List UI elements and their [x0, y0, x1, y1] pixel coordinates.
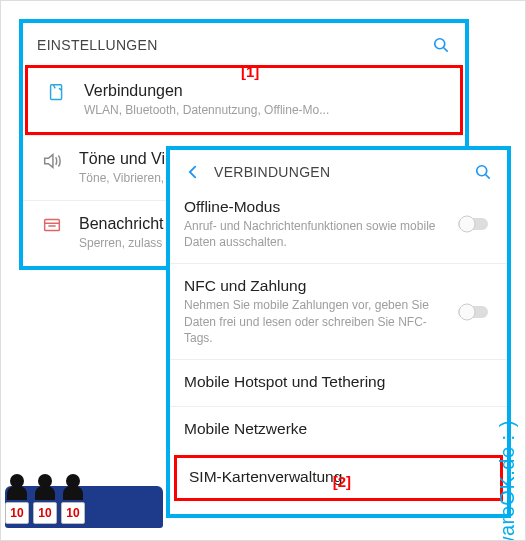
list-item-label: NFC und Zahlung [184, 277, 449, 295]
settings-item-label: Verbindungen [84, 82, 444, 100]
judge: 10 [33, 474, 57, 524]
list-item-sub: Anruf- und Nachrichtenfunktionen sowie m… [184, 218, 449, 250]
watermark-text: www.SoftwareOK.de :-) [496, 420, 519, 541]
settings-header: EINSTELLUNGEN [23, 23, 465, 65]
search-icon[interactable] [431, 35, 451, 55]
judges-graphic: 10 10 10 [5, 474, 85, 530]
connections-icon [42, 82, 72, 104]
svg-point-11 [459, 304, 475, 320]
connections-panel: VERBINDUNGEN Offline-Modus Anruf- und Na… [166, 146, 511, 518]
settings-item-text: Verbindungen WLAN, Bluetooth, Datennutzu… [84, 82, 444, 118]
toggle-switch[interactable] [457, 214, 493, 234]
back-icon[interactable] [184, 162, 204, 182]
annotation-marker-2: [2] [333, 473, 351, 490]
connections-title: VERBINDUNGEN [214, 164, 473, 180]
settings-title: EINSTELLUNGEN [37, 37, 431, 53]
connections-item-offline[interactable]: Offline-Modus Anruf- und Nachrichtenfunk… [170, 192, 507, 263]
connections-list: Offline-Modus Anruf- und Nachrichtenfunk… [170, 192, 507, 503]
list-item-sub: Nehmen Sie mobile Zahlungen vor, geben S… [184, 297, 449, 346]
svg-point-6 [477, 166, 487, 176]
connections-item-hotspot[interactable]: Mobile Hotspot und Tethering [170, 359, 507, 406]
notifications-icon [37, 215, 67, 237]
list-item-label: Mobile Hotspot und Tethering [184, 373, 493, 391]
list-item-label: Mobile Netzwerke [184, 420, 493, 438]
svg-rect-3 [45, 220, 60, 231]
search-icon[interactable] [473, 162, 493, 182]
score-card: 10 [33, 502, 57, 524]
connections-header: VERBINDUNGEN [170, 150, 507, 192]
score-card: 10 [61, 502, 85, 524]
toggle-switch[interactable] [457, 302, 493, 322]
svg-line-7 [486, 175, 490, 179]
judge: 10 [61, 474, 85, 524]
list-item-label: Offline-Modus [184, 198, 449, 216]
judge: 10 [5, 474, 29, 524]
svg-point-0 [435, 39, 445, 49]
connections-item-mobile-networks[interactable]: Mobile Netzwerke [170, 406, 507, 453]
sound-icon [37, 150, 67, 172]
score-card: 10 [5, 502, 29, 524]
connections-item-nfc[interactable]: NFC und Zahlung Nehmen Sie mobile Zahlun… [170, 263, 507, 359]
svg-point-9 [459, 216, 475, 232]
settings-item-sub: WLAN, Bluetooth, Datennutzung, Offline-M… [84, 102, 444, 118]
svg-rect-2 [51, 85, 62, 100]
annotation-marker-1: [1] [241, 63, 259, 80]
svg-line-1 [444, 48, 448, 52]
